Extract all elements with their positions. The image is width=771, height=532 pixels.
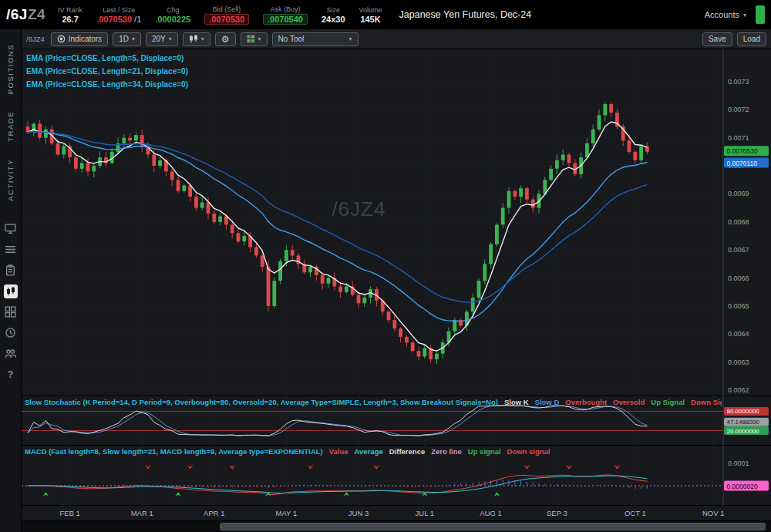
- price-chart-panel[interactable]: EMA (Price=CLOSE, Length=5, Displace=0) …: [22, 49, 771, 396]
- ema-label-34: EMA (Price=CLOSE, Length=34, Displace=0): [26, 78, 188, 91]
- legend-slow-d: Slow D: [535, 398, 560, 406]
- svg-text:0.0000020: 0.0000020: [727, 483, 758, 490]
- svg-text:0.0067: 0.0067: [728, 246, 749, 254]
- drawing-tool-select[interactable]: No Tool▾: [272, 32, 359, 46]
- studies-grid-icon: [247, 35, 255, 43]
- svg-text:0.0073: 0.0073: [728, 78, 749, 86]
- top-header: /6JZ4 IV Rank26.7Last / Size.0070530 /1C…: [0, 0, 771, 29]
- indicators-label: Indicators: [69, 35, 102, 43]
- stat-value[interactable]: .0070540: [263, 14, 308, 25]
- legend-up-signal: Up Signal: [651, 398, 685, 406]
- studies-select[interactable]: ▾: [241, 32, 268, 46]
- header-stat-ask-buy-: Ask (Buy).0070540: [263, 5, 308, 25]
- svg-text:80.0000000: 80.0000000: [727, 408, 760, 415]
- stat-label: Volume: [359, 6, 382, 14]
- stat-value: .0070530 /1: [96, 15, 141, 24]
- stat-label: Last / Size: [103, 6, 135, 14]
- accounts-dropdown[interactable]: Accounts ▾: [705, 10, 746, 19]
- header-stat-last-size: Last / Size.0070530 /1: [96, 6, 141, 24]
- timeframe-select[interactable]: 1D▾: [113, 32, 141, 46]
- header-stats: IV Rank26.7Last / Size.0070530 /1Chg.000…: [58, 5, 382, 25]
- legend-difference: Difference: [389, 447, 425, 456]
- x-tick-may-1: MAY 1: [276, 509, 298, 517]
- list-icon[interactable]: [4, 243, 18, 257]
- range-value: 20Y: [152, 35, 166, 43]
- users-icon[interactable]: [4, 347, 18, 361]
- load-button[interactable]: Load: [737, 32, 766, 46]
- sidebar-tab-trade[interactable]: TRADE: [6, 103, 15, 150]
- history-icon[interactable]: [4, 326, 18, 340]
- header-stat-size: Size24x30: [322, 6, 345, 24]
- legend-value: Value: [329, 447, 348, 456]
- monitor-icon[interactable]: [4, 222, 18, 236]
- chevron-down-icon: ▾: [258, 35, 261, 42]
- svg-text:0.0071: 0.0071: [728, 134, 749, 142]
- stat-value: 26.7: [62, 15, 78, 24]
- legend-slow-k: Slow K: [504, 398, 529, 406]
- header-accent-button[interactable]: [756, 5, 765, 24]
- header-stat-chg: Chg.0000225: [155, 6, 190, 24]
- macd-legend: ValueAverageDifferenceZero lineUp signal…: [329, 447, 550, 456]
- x-tick-apr-1: APR 1: [204, 509, 224, 517]
- chart-icon[interactable]: [4, 285, 18, 298]
- svg-text:0.0065: 0.0065: [728, 302, 749, 310]
- chevron-down-icon: ▾: [743, 12, 746, 19]
- chart-scrollbar[interactable]: [22, 521, 771, 532]
- stochastic-legend: Slow KSlow DOverboughtOversoldUp SignalD…: [504, 398, 722, 406]
- stat-label: Chg: [167, 6, 180, 14]
- stat-value[interactable]: .0070530: [204, 14, 249, 25]
- header-right: Accounts ▾: [705, 5, 765, 24]
- svg-text:0.0066: 0.0066: [728, 274, 749, 282]
- chart-watermark: /6JZ4: [332, 197, 386, 221]
- header-stat-iv-rank: IV Rank26.7: [58, 6, 82, 24]
- legend-zero-line: Zero line: [431, 447, 462, 456]
- x-tick-aug-1: AUG 1: [480, 509, 502, 517]
- x-tick-sep-3: SEP 3: [547, 509, 567, 517]
- instrument-description: Japanese Yen Futures, Dec-24: [399, 9, 532, 20]
- sidebar-tab-positions[interactable]: POSITIONS: [6, 35, 15, 103]
- legend-up-signal: Up signal: [468, 447, 501, 456]
- grid-icon[interactable]: [4, 305, 18, 319]
- macd-panel[interactable]: MACD (Fast length=8, Slow length=21, MAC…: [22, 446, 771, 506]
- ema-label-21: EMA (Price=CLOSE, Length=21, Displace=0): [26, 65, 188, 78]
- symbol-logo: /6JZ4: [6, 6, 45, 23]
- x-tick-jun-3: JUN 3: [348, 509, 369, 517]
- svg-text:20.0000000: 20.0000000: [727, 428, 760, 435]
- stat-label: Size: [326, 6, 340, 14]
- stochastic-panel[interactable]: Slow Stochastic (K Period=14, D Period=9…: [22, 396, 771, 446]
- chart-workspace: /6JZ4 Indicators 1D▾ 20Y▾ ▾ ⚙ ▾ No Tool▾…: [22, 29, 771, 532]
- x-tick-jul-1: JUL 1: [416, 509, 434, 517]
- stochastic-title: Slow Stochastic (K Period=14, D Period=9…: [25, 398, 498, 406]
- x-tick-mar-1: MAR 1: [131, 509, 153, 517]
- price-chart-canvas[interactable]: 0.00730.00720.00710.0070.00690.00680.006…: [22, 49, 771, 396]
- clipboard-icon[interactable]: [4, 264, 18, 278]
- indicators-button[interactable]: Indicators: [51, 32, 108, 46]
- legend-overbought: Overbought: [565, 398, 607, 406]
- stat-value: 145K: [360, 15, 380, 24]
- svg-text:0.0064: 0.0064: [728, 330, 749, 338]
- save-button[interactable]: Save: [702, 32, 732, 46]
- symbol-expiry: Z4: [28, 6, 45, 22]
- chart-settings-button[interactable]: ⚙: [215, 32, 236, 46]
- svg-text:0.0068: 0.0068: [728, 218, 749, 226]
- svg-text:47.1488200: 47.1488200: [727, 419, 760, 426]
- sidebar-tab-activity[interactable]: ACTIVITY: [6, 150, 15, 210]
- header-stat-bid-sell-: Bid (Sell).0070530: [204, 5, 249, 25]
- chevron-down-icon: ▾: [349, 35, 352, 42]
- x-tick-feb-1: FEB 1: [59, 509, 79, 517]
- stat-label: IV Rank: [58, 6, 82, 14]
- symbol-root: /6J: [6, 6, 28, 22]
- stat-value: .0000225: [155, 15, 190, 24]
- chart-type-select[interactable]: ▾: [183, 32, 210, 46]
- drawing-tool-value: No Tool: [278, 35, 305, 43]
- scrollbar-thumb[interactable]: [220, 523, 766, 530]
- legend-average: Average: [355, 447, 383, 456]
- svg-text:0.0070110: 0.0070110: [727, 160, 758, 167]
- sidebar-icons: ?: [4, 222, 18, 382]
- legend-oversold: Oversold: [613, 398, 645, 406]
- svg-text:0.0062: 0.0062: [728, 386, 749, 394]
- help-icon[interactable]: ?: [4, 368, 18, 382]
- range-select[interactable]: 20Y▾: [146, 32, 178, 46]
- svg-text:0.0069: 0.0069: [728, 190, 749, 197]
- timeframe-value: 1D: [119, 35, 129, 43]
